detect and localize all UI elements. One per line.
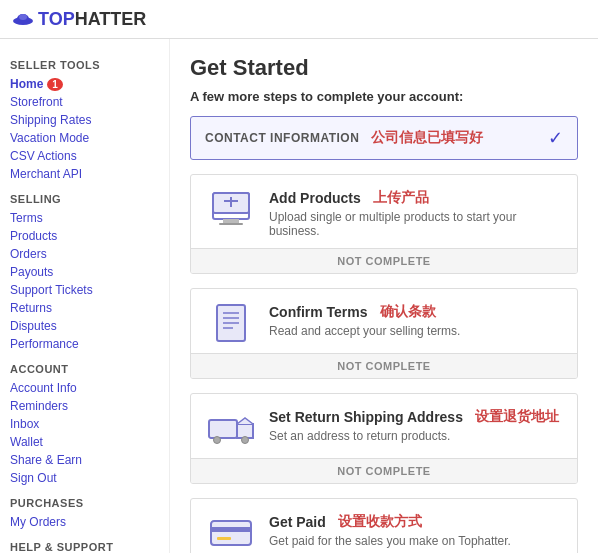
logo-top-text: TOP (38, 9, 75, 30)
step-status-confirm-terms: NOT COMPLETE (191, 353, 577, 378)
sidebar-item-wallet[interactable]: Wallet (10, 433, 159, 451)
contact-banner-chinese: 公司信息已填写好 (371, 129, 548, 147)
svg-rect-18 (211, 527, 251, 532)
get-paid-icon (207, 513, 255, 553)
step-card-body: Set Return Shipping Address 设置退货地址 Set a… (191, 394, 577, 458)
step-desc-get-paid: Get paid for the sales you make on Topha… (269, 534, 561, 548)
step-desc-return-shipping: Set an address to return products. (269, 429, 561, 443)
seller-tools-title: SELLER TOOLS (10, 59, 159, 71)
sidebar-item-account-info[interactable]: Account Info (10, 379, 159, 397)
step-title-get-paid: Get Paid (269, 514, 326, 530)
step-desc-add-products: Upload single or multiple products to st… (269, 210, 561, 238)
step-chinese-confirm-terms: 确认条款 (380, 303, 436, 321)
account-title: ACCOUNT (10, 363, 159, 375)
page-title: Get Started (190, 55, 578, 81)
contact-banner: CONTACT INFORMATION 公司信息已填写好 ✓ (190, 116, 578, 160)
sidebar-item-shipping-rates[interactable]: Shipping Rates (10, 111, 159, 129)
sidebar-item-sign-out[interactable]: Sign Out (10, 469, 159, 487)
step-card-get-paid: Get Paid 设置收款方式 Get paid for the sales y… (190, 498, 578, 553)
sidebar-item-orders[interactable]: Orders (10, 245, 159, 263)
sidebar-item-disputes[interactable]: Disputes (10, 317, 159, 335)
selling-title: SELLING (10, 193, 159, 205)
logo: TOPHATTER (12, 8, 146, 30)
svg-rect-19 (217, 537, 231, 540)
add-products-icon (207, 189, 255, 229)
step-chinese-add-products: 上传产品 (373, 189, 429, 207)
sidebar-item-vacation-mode[interactable]: Vacation Mode (10, 129, 159, 147)
content-area: Get Started A few more steps to complete… (170, 39, 598, 553)
sidebar-item-terms[interactable]: Terms (10, 209, 159, 227)
logo-hatter-text: HATTER (75, 9, 147, 30)
sidebar-item-csv-actions[interactable]: CSV Actions (10, 147, 159, 165)
step-card-confirm-terms: Confirm Terms 确认条款 Read and accept your … (190, 288, 578, 379)
sidebar-item-share-earn[interactable]: Share & Earn (10, 451, 159, 469)
page-subtitle: A few more steps to complete your accoun… (190, 89, 578, 104)
home-badge: 1 (47, 78, 63, 91)
step-content-get-paid: Get Paid 设置收款方式 Get paid for the sales y… (269, 513, 561, 548)
step-status-return-shipping: NOT COMPLETE (191, 458, 577, 483)
step-content-return-shipping: Set Return Shipping Address 设置退货地址 Set a… (269, 408, 561, 443)
step-title-add-products: Add Products (269, 190, 361, 206)
sidebar-item-performance[interactable]: Performance (10, 335, 159, 353)
step-title-row: Get Paid 设置收款方式 (269, 513, 561, 531)
app-container: TOPHATTER SELLER TOOLS Home1 Storefront … (0, 0, 598, 553)
svg-point-15 (214, 437, 221, 444)
sidebar-item-home[interactable]: Home1 (10, 75, 159, 93)
help-support-title: HELP & SUPPORT (10, 541, 159, 553)
step-status-add-products: NOT COMPLETE (191, 248, 577, 273)
sidebar-item-reminders[interactable]: Reminders (10, 397, 159, 415)
main-layout: SELLER TOOLS Home1 Storefront Shipping R… (0, 39, 598, 553)
step-content-confirm-terms: Confirm Terms 确认条款 Read and accept your … (269, 303, 561, 338)
confirm-terms-icon (207, 303, 255, 343)
sidebar-item-support-tickets[interactable]: Support Tickets (10, 281, 159, 299)
purchases-title: PURCHASES (10, 497, 159, 509)
step-title-row: Add Products 上传产品 (269, 189, 561, 207)
step-card-add-products: Add Products 上传产品 Upload single or multi… (190, 174, 578, 274)
svg-rect-14 (209, 420, 237, 438)
step-chinese-get-paid: 设置收款方式 (338, 513, 422, 531)
step-title-row: Set Return Shipping Address 设置退货地址 (269, 408, 561, 426)
sidebar-item-products[interactable]: Products (10, 227, 159, 245)
contact-banner-check-icon: ✓ (548, 127, 563, 149)
step-title-return-shipping: Set Return Shipping Address (269, 409, 463, 425)
sidebar-item-my-orders[interactable]: My Orders (10, 513, 159, 531)
header: TOPHATTER (0, 0, 598, 39)
step-desc-confirm-terms: Read and accept your selling terms. (269, 324, 561, 338)
svg-rect-6 (219, 223, 243, 225)
step-title-row: Confirm Terms 确认条款 (269, 303, 561, 321)
return-shipping-icon (207, 408, 255, 448)
step-chinese-return-shipping: 设置退货地址 (475, 408, 559, 426)
sidebar-item-payouts[interactable]: Payouts (10, 263, 159, 281)
sidebar-item-inbox[interactable]: Inbox (10, 415, 159, 433)
sidebar-item-returns[interactable]: Returns (10, 299, 159, 317)
step-card-body: Add Products 上传产品 Upload single or multi… (191, 175, 577, 248)
svg-rect-5 (223, 219, 239, 223)
svg-rect-17 (211, 521, 251, 545)
contact-banner-label: CONTACT INFORMATION (205, 131, 359, 145)
step-card-body: Get Paid 设置收款方式 Get paid for the sales y… (191, 499, 577, 553)
sidebar: SELLER TOOLS Home1 Storefront Shipping R… (0, 39, 170, 553)
sidebar-item-storefront[interactable]: Storefront (10, 93, 159, 111)
logo-icon (12, 8, 34, 30)
step-card-return-shipping: Set Return Shipping Address 设置退货地址 Set a… (190, 393, 578, 484)
step-content-add-products: Add Products 上传产品 Upload single or multi… (269, 189, 561, 238)
svg-point-16 (242, 437, 249, 444)
step-card-body: Confirm Terms 确认条款 Read and accept your … (191, 289, 577, 353)
step-title-confirm-terms: Confirm Terms (269, 304, 368, 320)
sidebar-item-merchant-api[interactable]: Merchant API (10, 165, 159, 183)
svg-point-2 (19, 14, 27, 20)
